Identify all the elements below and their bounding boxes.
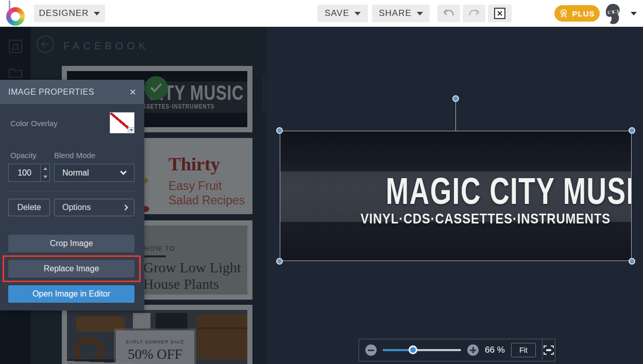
redo-icon — [467, 7, 481, 20]
stepper-up-button[interactable] — [41, 164, 49, 173]
delete-label: Delete — [17, 203, 41, 212]
logo-color-wheel-icon — [6, 7, 25, 26]
zoom-controls: 66 % Fit — [359, 339, 542, 361]
user-menu-caret[interactable] — [631, 12, 637, 15]
selected-banner-image[interactable]: MAGIC CITY MUSIC VINYL·CDS·CASSETTES·INS… — [280, 131, 632, 261]
redo-button[interactable] — [463, 5, 485, 22]
minus-icon — [368, 350, 374, 351]
panel-header: IMAGE PROPERTIES × — [0, 80, 144, 104]
banner-title: MAGIC CITY MUSIC — [386, 172, 632, 210]
fit-button[interactable]: Fit — [511, 343, 536, 357]
zoom-in-button[interactable] — [467, 344, 479, 356]
designer-label: DESIGNER — [39, 8, 89, 19]
banner-text-block: MAGIC CITY MUSIC VINYL·CDS·CASSETTES·INS… — [339, 172, 627, 227]
image-properties-panel: IMAGE PROPERTIES × Color Overlay Opacity… — [0, 80, 144, 310]
open-image-in-editor-button[interactable]: Open Image in Editor — [8, 285, 134, 303]
options-label: Options — [62, 203, 91, 212]
workspace: FACEBOOK MAGIC CITY MUSIC VINYL·CDS·CASS… — [0, 27, 643, 364]
avatar-silhouette — [602, 2, 624, 25]
fit-to-screen-button[interactable] — [542, 339, 555, 361]
resize-handle-top-left[interactable] — [276, 127, 283, 134]
plus-upgrade-button[interactable]: PLUS — [554, 5, 600, 22]
designer-menu-button[interactable]: DESIGNER — [34, 5, 105, 22]
blend-mode-select[interactable]: Normal — [54, 164, 134, 182]
award-ribbon-icon — [559, 9, 568, 18]
zoom-out-button[interactable] — [365, 344, 377, 356]
opacity-label: Opacity — [10, 151, 37, 160]
banner-subtitle: VINYL·CDS·CASSETTES·INSTRUMENTS — [361, 211, 611, 227]
fit-screen-icon — [543, 345, 555, 355]
stepper-down-button[interactable] — [41, 173, 49, 182]
options-button[interactable]: Options — [54, 199, 134, 216]
close-canvas-button[interactable] — [488, 5, 512, 22]
top-toolbar: DESIGNER SAVE SHARE PLUS — [0, 0, 643, 27]
opacity-input[interactable]: 100 — [8, 164, 50, 182]
canvas-selection: MAGIC CITY MUSIC VINYL·CDS·CASSETTES·INS… — [280, 131, 632, 261]
swatch-dropdown-corner[interactable] — [128, 127, 134, 133]
color-overlay-swatch[interactable] — [110, 112, 134, 133]
opacity-stepper — [40, 164, 49, 181]
zoom-slider[interactable] — [383, 349, 461, 351]
resize-handle-bottom-left[interactable] — [276, 258, 283, 265]
blend-mode-value: Normal — [62, 168, 121, 178]
zoom-slider-thumb[interactable] — [409, 345, 417, 354]
user-avatar[interactable] — [602, 2, 624, 25]
delete-button[interactable]: Delete — [8, 199, 50, 216]
color-overlay-label: Color Overlay — [10, 119, 58, 128]
close-icon[interactable]: × — [129, 86, 136, 98]
chevron-down-icon — [120, 168, 127, 175]
zoom-percentage: 66 % — [485, 345, 505, 355]
divider — [8, 191, 134, 192]
rotation-handle[interactable] — [452, 95, 459, 102]
resize-handle-top-right[interactable] — [629, 127, 635, 134]
zoom-toolbar: 66 % Fit — [359, 339, 555, 361]
chevron-down-icon — [94, 12, 100, 15]
chevron-down-icon — [417, 12, 423, 15]
crop-image-button[interactable]: Crop Image — [8, 235, 134, 252]
chevron-right-icon — [122, 204, 128, 210]
rotation-handle-line — [455, 99, 456, 131]
resize-handle-bottom-right[interactable] — [629, 258, 635, 265]
opacity-value: 100 — [9, 168, 40, 178]
replace-image-button[interactable]: Replace Image — [8, 260, 134, 278]
undo-icon — [442, 7, 455, 20]
befunky-logo[interactable] — [5, 5, 26, 26]
share-button[interactable]: SHARE — [372, 5, 430, 22]
plus-icon-v — [472, 347, 474, 353]
panel-title: IMAGE PROPERTIES — [8, 88, 129, 97]
undo-button[interactable] — [437, 5, 460, 22]
save-button[interactable]: SAVE — [317, 5, 368, 22]
share-label: SHARE — [379, 8, 412, 19]
plus-label: PLUS — [572, 9, 595, 18]
chevron-down-icon — [354, 12, 361, 15]
save-label: SAVE — [325, 8, 349, 19]
blend-mode-label: Blend Mode — [54, 151, 95, 160]
square-x-icon — [493, 7, 506, 20]
